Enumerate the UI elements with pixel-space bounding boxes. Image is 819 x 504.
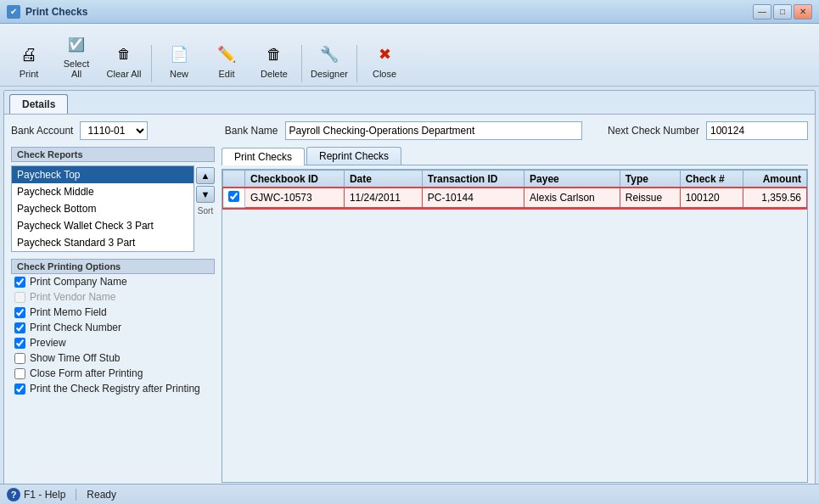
list-item[interactable]: Paycheck Wallet Check 3 Part [12, 217, 194, 234]
row-cell-payee: Alexis Carlson [524, 188, 620, 208]
show-time-off-stub-label: Show Time Off Stub [30, 352, 121, 364]
designer-icon: 🔧 [316, 41, 343, 68]
new-button[interactable]: 📄 New [157, 37, 201, 82]
reports-row: Paycheck TopPaycheck MiddlePaycheck Bott… [11, 165, 215, 252]
toolbar-separator-2 [301, 45, 302, 82]
table-header-row: Checkbook ID Date Transaction ID Payee T… [223, 171, 807, 188]
title-bar-controls: — □ ✕ [753, 4, 812, 20]
checkbox-row-preview: Preview [11, 335, 215, 350]
options-list: Print Company NamePrint Vendor NamePrint… [11, 274, 215, 396]
print-memo-field-label: Print Memo Field [30, 306, 107, 318]
print-vendor-name-checkbox[interactable] [14, 292, 25, 303]
print-options-title: Check Printing Options [11, 259, 215, 274]
toolbar-separator-1 [151, 45, 152, 82]
preview-checkbox[interactable] [14, 338, 25, 349]
close-tool-label: Close [373, 69, 396, 79]
row-cell-date: 11/24/2011 [344, 188, 422, 208]
print-company-name-label: Print Company Name [30, 276, 127, 288]
minimize-button[interactable]: — [753, 4, 771, 20]
bank-name-input[interactable] [285, 121, 582, 140]
toolbar: 🖨 Print ☑️ Select All 🗑 Clear All 📄 New … [0, 24, 819, 87]
title-bar: ✔ Print Checks — □ ✕ [0, 0, 819, 24]
checkbox-row-close-form-after-printing: Close Form after Printing [11, 366, 215, 381]
edit-button[interactable]: ✏️ Edit [205, 37, 249, 82]
list-item[interactable]: Paycheck Top [12, 166, 194, 183]
designer-button[interactable]: 🔧 Designer [307, 37, 351, 82]
list-item[interactable]: Paycheck Standard 3 Part [12, 234, 194, 251]
designer-label: Designer [311, 69, 348, 79]
next-check-number-input[interactable] [706, 121, 808, 140]
print-company-name-checkbox[interactable] [14, 277, 25, 288]
checkbox-row-print-company-name: Print Company Name [11, 274, 215, 289]
new-icon: 📄 [165, 41, 193, 68]
row-cell-checkNum: 100120 [680, 188, 743, 208]
print-check-number-checkbox[interactable] [14, 322, 25, 333]
print-label: Print [20, 69, 39, 79]
col-header-date: Date [344, 171, 422, 188]
print-icon: 🖨 [15, 41, 42, 68]
maximize-button[interactable]: □ [773, 4, 792, 20]
close-form-after-printing-checkbox[interactable] [14, 368, 25, 379]
list-item[interactable]: Paycheck Middle [12, 183, 194, 200]
list-item[interactable]: Paycheck Bottom [12, 200, 194, 217]
clear-all-button[interactable]: 🗑 Clear All [102, 37, 146, 82]
select-all-button[interactable]: ☑️ Select All [54, 27, 98, 82]
checkbox-row-show-time-off-stub: Show Time Off Stub [11, 350, 215, 366]
checkbox-row-print-memo-field: Print Memo Field [11, 305, 215, 320]
close-tool-icon: ✖ [371, 41, 398, 68]
show-time-off-stub-checkbox[interactable] [14, 353, 25, 364]
table-body: GJWC-1057311/24/2011PC-10144Alexis Carls… [223, 188, 807, 208]
print-options-section: Check Printing Options Print Company Nam… [11, 259, 215, 396]
help-link[interactable]: ? F1 - Help [7, 488, 65, 501]
delete-button[interactable]: 🗑 Delete [252, 37, 296, 82]
table-header: Checkbook ID Date Transaction ID Payee T… [223, 171, 807, 188]
col-header-cb [223, 171, 245, 188]
col-header-amount: Amount [743, 171, 806, 188]
help-icon: ? [7, 488, 20, 501]
checkbox-row-print-check-registry: Print the Check Registry after Printing [11, 381, 215, 396]
clear-all-label: Clear All [107, 69, 142, 79]
row-cell-checkbookId: GJWC-10573 [245, 188, 345, 208]
form-row-bank: Bank Account 1110-01 Bank Name Next Chec… [11, 121, 808, 140]
print-memo-field-checkbox[interactable] [14, 307, 25, 318]
checks-table: Checkbook ID Date Transaction ID Payee T… [222, 170, 807, 208]
row-cell-type: Reissue [620, 188, 680, 208]
checkbox-row-print-vendor-name: Print Vendor Name [11, 289, 215, 305]
row-cell-transactionId: PC-10144 [422, 188, 524, 208]
toolbar-separator-3 [356, 45, 357, 82]
edit-icon: ✏️ [213, 41, 240, 68]
bank-account-select[interactable]: 1110-01 [80, 121, 148, 140]
subtab-print-checks[interactable]: Print Checks [222, 148, 305, 165]
help-label: F1 - Help [24, 489, 65, 501]
edit-label: Edit [219, 69, 235, 79]
status-text: Ready [87, 489, 116, 501]
next-check-number-label: Next Check Number [608, 125, 699, 137]
close-tool-button[interactable]: ✖ Close [362, 37, 407, 82]
two-col-layout: Check Reports Paycheck TopPaycheck Middl… [11, 147, 808, 483]
print-check-registry-checkbox[interactable] [14, 384, 25, 395]
print-button[interactable]: 🖨 Print [7, 37, 51, 82]
row-cell-amount: 1,359.56 [743, 188, 806, 208]
close-form-after-printing-label: Close Form after Printing [30, 367, 143, 379]
table-row[interactable]: GJWC-1057311/24/2011PC-10144Alexis Carls… [223, 188, 807, 208]
checkbox-row-print-check-number: Print Check Number [11, 320, 215, 335]
delete-icon: 🗑 [261, 41, 288, 68]
print-vendor-name-label: Print Vendor Name [30, 291, 115, 303]
select-all-icon: ☑️ [63, 31, 90, 58]
check-reports-title: Check Reports [11, 147, 215, 162]
sort-label: Sort [198, 206, 213, 216]
delete-label: Delete [261, 69, 288, 79]
col-header-type: Type [620, 171, 680, 188]
select-all-label: Select All [59, 59, 94, 79]
main-tab-strip: Details [4, 91, 815, 115]
subtab-reprint-checks[interactable]: Reprint Checks [306, 147, 401, 165]
title-bar-text: Print Checks [25, 6, 753, 18]
sort-down-button[interactable]: ▼ [196, 186, 215, 203]
sort-up-button[interactable]: ▲ [196, 167, 215, 184]
col-header-check-num: Check # [680, 171, 743, 188]
subtab-strip: Print ChecksReprint Checks [222, 147, 808, 165]
row-checkbox[interactable] [228, 191, 239, 202]
details-tab[interactable]: Details [9, 94, 68, 114]
table-wrapper: Checkbook ID Date Transaction ID Payee T… [222, 169, 808, 483]
window-close-button[interactable]: ✕ [794, 4, 812, 20]
